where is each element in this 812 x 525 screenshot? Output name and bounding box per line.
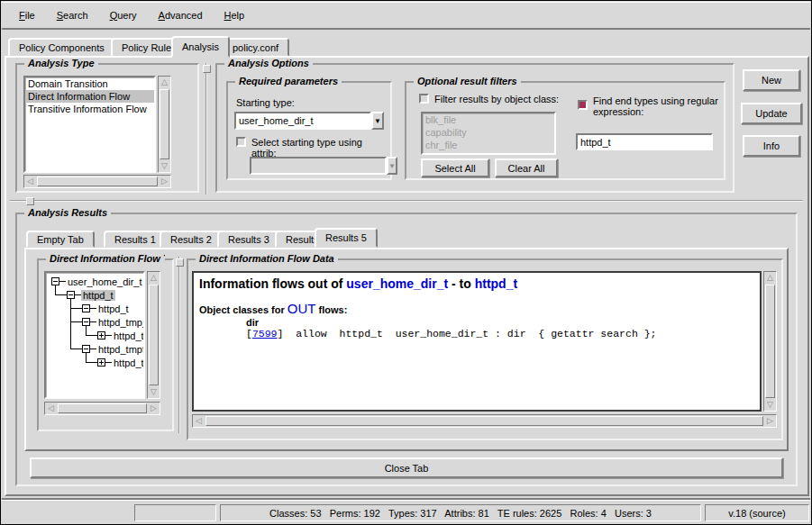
- select-all-button[interactable]: Select All: [421, 158, 489, 177]
- tree-vscrollbar[interactable]: △ ▽: [147, 271, 160, 399]
- scrollbar-thumb[interactable]: [765, 285, 775, 398]
- menu-help[interactable]: Help: [216, 7, 253, 23]
- scroll-down-icon[interactable]: ▽: [159, 160, 170, 172]
- regex-input[interactable]: [576, 133, 713, 150]
- expand-icon[interactable]: [97, 331, 105, 339]
- result-tab-empty[interactable]: Empty Tab: [26, 231, 95, 248]
- result-tab-5-active[interactable]: Results 5: [315, 228, 378, 248]
- flow-data-title: Direct Information Flow Data: [196, 253, 338, 264]
- menu-bar: File Search Query Advanced Help: [2, 2, 810, 30]
- regex-checkbox-checked[interactable]: [578, 100, 588, 110]
- collapse-icon[interactable]: [82, 345, 90, 353]
- scroll-left-icon[interactable]: ◁: [45, 403, 57, 414]
- collapse-icon[interactable]: [82, 318, 90, 326]
- flow-heading: Information flows out of user_home_dir_t…: [199, 276, 754, 291]
- tree-node-label-selected[interactable]: httpd_t: [81, 290, 115, 301]
- analysis-type-frame: Analysis Type Domain Transition Direct I…: [15, 63, 199, 193]
- tree-connector: [86, 335, 97, 336]
- scroll-up-icon[interactable]: △: [148, 272, 160, 284]
- result-tab-2[interactable]: Results 2: [160, 231, 223, 248]
- scroll-down-icon[interactable]: ▽: [148, 386, 160, 398]
- menu-advanced[interactable]: Advanced: [151, 7, 211, 23]
- analysis-type-listbox[interactable]: Domain Transition Direct Information Flo…: [23, 76, 156, 173]
- pane-sash-vertical[interactable]: [205, 63, 207, 195]
- filter-by-class-checkbox[interactable]: [419, 94, 429, 104]
- tree-node-label[interactable]: httpd_t: [96, 303, 131, 314]
- tree-node[interactable]: httpd_t: [97, 356, 145, 369]
- tree-node[interactable]: user_home_dir_t: [51, 275, 144, 288]
- combo-dropdown-icon[interactable]: ▼: [371, 112, 384, 130]
- data-hscrollbar[interactable]: ◁ ▷: [192, 414, 777, 428]
- new-button[interactable]: New: [743, 69, 800, 91]
- tree-connector: [70, 308, 82, 309]
- collapse-icon[interactable]: [51, 277, 59, 285]
- tree-node-label[interactable]: httpd_t: [112, 358, 145, 368]
- tree-node-label[interactable]: httpd_t: [112, 330, 145, 341]
- results-sash-vertical[interactable]: [178, 257, 180, 433]
- scroll-up-icon[interactable]: △: [764, 272, 776, 284]
- tab-policy-conf[interactable]: policy.conf: [222, 38, 289, 57]
- regex-checkbox-row[interactable]: Find end types using regular expression:: [578, 95, 718, 117]
- menu-search[interactable]: Search: [49, 7, 96, 23]
- result-tab-3[interactable]: Results 3: [217, 231, 280, 248]
- scroll-left-icon[interactable]: ◁: [193, 415, 205, 427]
- scrollbar-thumb[interactable]: [58, 403, 147, 413]
- expand-icon[interactable]: [97, 358, 105, 367]
- pane-sash-handle-h[interactable]: [26, 197, 34, 205]
- tree-node-label[interactable]: user_home_dir_t: [66, 276, 144, 287]
- analysis-type-item[interactable]: Domain Transition: [25, 77, 154, 90]
- tree-node-label[interactable]: httpd_tmpfs_: [96, 344, 145, 355]
- scroll-right-icon[interactable]: ▷: [148, 403, 160, 414]
- tree-node[interactable]: httpd_tmp_t: [82, 315, 145, 329]
- starting-type-combobox[interactable]: ▼: [234, 112, 384, 130]
- menu-query[interactable]: Query: [102, 7, 145, 23]
- scrollbar-thumb[interactable]: [149, 285, 159, 385]
- starting-type-value[interactable]: [234, 112, 371, 130]
- tab-policy-components[interactable]: Policy Components: [8, 38, 115, 57]
- clear-all-button[interactable]: Clear All: [495, 158, 558, 177]
- scrollbar-thumb[interactable]: [37, 177, 158, 186]
- scroll-right-icon[interactable]: ▷: [159, 176, 170, 187]
- tree-node[interactable]: httpd_t: [97, 329, 145, 342]
- close-tab-button[interactable]: Close Tab: [30, 457, 783, 478]
- results-sash-handle[interactable]: [176, 258, 184, 267]
- tree-line: [105, 335, 112, 336]
- scroll-left-icon[interactable]: ◁: [24, 176, 36, 187]
- scrollbar-thumb[interactable]: [160, 89, 169, 159]
- tree-node[interactable]: httpd_tmpfs_: [82, 342, 145, 356]
- scroll-down-icon[interactable]: ▽: [764, 399, 776, 411]
- analysis-type-item[interactable]: Transitive Information Flow: [25, 103, 154, 115]
- tree-hscrollbar[interactable]: ◁ ▷: [44, 402, 160, 415]
- analysis-results-frame: Analysis Results Empty Tab Results 1 Res…: [15, 213, 798, 486]
- status-panel-empty: [134, 504, 216, 521]
- rule-id-link[interactable]: 7599: [252, 328, 278, 339]
- filter-by-class-row[interactable]: Filter results by object class:: [419, 94, 559, 104]
- tree-node[interactable]: httpd_t: [82, 302, 131, 315]
- tree-node-label[interactable]: httpd_tmp_t: [96, 317, 145, 328]
- attrib-combo-value: [250, 157, 387, 175]
- scroll-right-icon[interactable]: ▷: [764, 415, 776, 427]
- flow-target-type: httpd_t: [475, 276, 517, 291]
- attrib-checkbox-row[interactable]: Select starting type using attrib:: [236, 137, 388, 158]
- analysis-type-hscrollbar[interactable]: ◁ ▷: [23, 175, 171, 188]
- menu-file[interactable]: File: [11, 7, 43, 23]
- data-vscrollbar[interactable]: △ ▽: [763, 271, 777, 412]
- flow-data-textarea[interactable]: Information flows out of user_home_dir_t…: [192, 271, 762, 412]
- collapse-icon[interactable]: [67, 291, 75, 299]
- update-button[interactable]: Update: [741, 103, 802, 124]
- collapse-icon[interactable]: [82, 304, 90, 312]
- analysis-type-vscrollbar[interactable]: △ ▽: [158, 76, 171, 173]
- tree-node[interactable]: httpd_t: [67, 288, 115, 302]
- pane-sash-horizontal[interactable]: [10, 200, 803, 202]
- analysis-type-item-selected[interactable]: Direct Information Flow: [25, 90, 154, 103]
- pane-sash-handle[interactable]: [203, 65, 211, 73]
- scrollbar-thumb[interactable]: [205, 416, 763, 426]
- scroll-up-icon[interactable]: △: [159, 77, 170, 88]
- flow-tree[interactable]: user_home_dir_t httpd_t httpd_t htt: [44, 271, 145, 399]
- tree-line: [59, 281, 66, 282]
- tab-analysis[interactable]: Analysis: [171, 36, 230, 58]
- tree-line: [90, 308, 96, 309]
- info-button[interactable]: Info: [743, 135, 800, 157]
- attrib-checkbox[interactable]: [236, 137, 246, 147]
- result-tab-1[interactable]: Results 1: [104, 231, 167, 248]
